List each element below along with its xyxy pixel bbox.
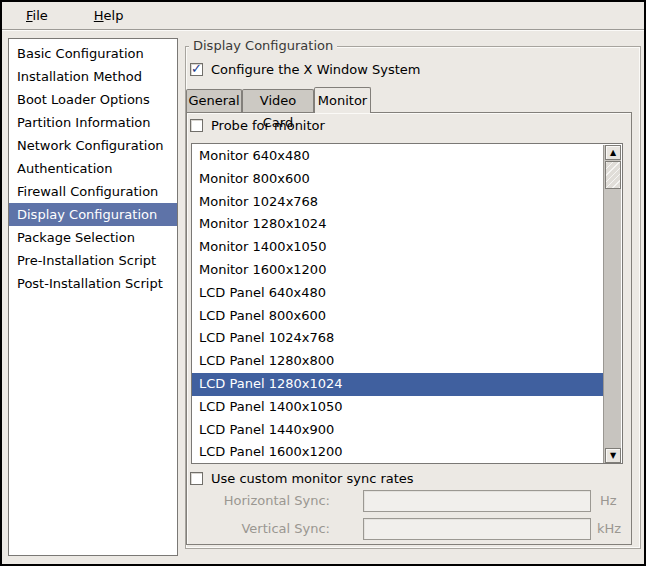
tab-general[interactable]: General [186, 89, 242, 112]
monitor-list-item[interactable]: LCD Panel 640x480 [192, 282, 604, 305]
monitor-list-item[interactable]: Monitor 800x600 [192, 168, 604, 191]
frame-title: Display Configuration [189, 38, 337, 53]
monitor-list-item[interactable]: LCD Panel 800x600 [192, 305, 604, 328]
sidebar-item-display-configuration[interactable]: Display Configuration [9, 203, 177, 226]
monitor-list-item[interactable]: LCD Panel 1400x1050 [192, 396, 604, 419]
section-list: Basic Configuration Installation Method … [8, 38, 178, 556]
sidebar-item-firewall-configuration[interactable]: Firewall Configuration [9, 180, 177, 203]
probe-for-monitor-label: Probe for monitor [211, 117, 325, 134]
sidebar-item-package-selection[interactable]: Package Selection [9, 226, 177, 249]
sidebar-item-installation-method[interactable]: Installation Method [9, 65, 177, 88]
vertical-sync-input[interactable] [363, 518, 591, 540]
monitor-list-item[interactable]: Monitor 1280x1024 [192, 213, 604, 236]
custom-sync-rates-label: Use custom monitor sync rates [211, 470, 414, 487]
kickstart-configurator-window: File Help Basic Configuration Installati… [0, 0, 646, 566]
monitor-list: Monitor 640x480 Monitor 800x600 Monitor … [191, 143, 623, 464]
sidebar-item-network-configuration[interactable]: Network Configuration [9, 134, 177, 157]
configure-x-checkbox[interactable]: ✓ [190, 63, 203, 76]
sidebar-item-authentication[interactable]: Authentication [9, 157, 177, 180]
monitor-list-item[interactable]: Monitor 1024x768 [192, 191, 604, 214]
sidebar-item-partition-information[interactable]: Partition Information [9, 111, 177, 134]
sidebar-item-basic-configuration[interactable]: Basic Configuration [9, 42, 177, 65]
horizontal-sync-unit: Hz [600, 490, 617, 512]
vertical-sync-label: Vertical Sync: [152, 518, 330, 540]
monitor-list-item[interactable]: LCD Panel 1280x800 [192, 350, 604, 373]
horizontal-sync-label: Horizontal Sync: [152, 490, 330, 512]
monitor-list-item[interactable]: Monitor 640x480 [192, 145, 604, 168]
vertical-sync-unit: kHz [597, 518, 621, 540]
menu-file[interactable]: File [20, 6, 54, 25]
probe-for-monitor-checkbox[interactable] [190, 119, 203, 132]
tab-monitor[interactable]: Monitor [314, 87, 371, 113]
scrollbar-thumb[interactable] [605, 161, 621, 189]
tab-video-card[interactable]: Video Card [242, 89, 314, 112]
sidebar-item-pre-installation-script[interactable]: Pre-Installation Script [9, 249, 177, 272]
monitor-list-item[interactable]: Monitor 1600x1200 [192, 259, 604, 282]
scrollbar-up-button[interactable]: ▲ [605, 145, 621, 160]
monitor-list-item[interactable]: LCD Panel 1600x1200 [192, 441, 604, 464]
sidebar-item-post-installation-script[interactable]: Post-Installation Script [9, 272, 177, 295]
configure-x-label: Configure the X Window System [211, 61, 421, 78]
sidebar-item-boot-loader-options[interactable]: Boot Loader Options [9, 88, 177, 111]
menu-help[interactable]: Help [88, 6, 130, 25]
menubar: File Help [2, 2, 644, 30]
monitor-list-item-selected[interactable]: LCD Panel 1280x1024 [192, 373, 604, 396]
monitor-list-item[interactable]: LCD Panel 1024x768 [192, 327, 604, 350]
monitor-list-item[interactable]: Monitor 1400x1050 [192, 236, 604, 259]
down-arrow-icon: ▼ [610, 452, 616, 460]
horizontal-sync-input[interactable] [363, 490, 591, 512]
monitor-list-scrollbar[interactable]: ▲ ▼ [603, 145, 621, 463]
up-arrow-icon: ▲ [610, 149, 616, 157]
monitor-list-item[interactable]: LCD Panel 1440x900 [192, 419, 604, 442]
scrollbar-down-button[interactable]: ▼ [605, 448, 621, 463]
custom-sync-rates-checkbox[interactable] [190, 472, 203, 485]
checkmark-icon: ✓ [191, 61, 202, 77]
